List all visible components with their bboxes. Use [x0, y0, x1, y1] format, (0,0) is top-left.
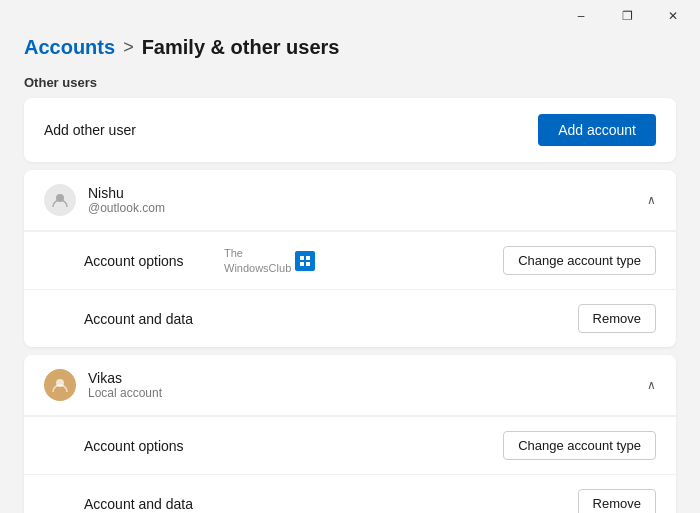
maximize-button[interactable]: ❐: [604, 0, 650, 32]
remove-button-nishu[interactable]: Remove: [578, 304, 656, 333]
breadcrumb: Accounts > Family & other users: [24, 32, 676, 59]
account-data-row-nishu: Account and data Remove: [24, 289, 676, 347]
user-sub-vikas: Local account: [88, 386, 162, 400]
avatar-nishu: [44, 184, 76, 216]
title-bar: – ❐ ✕: [0, 0, 700, 32]
watermark-area: The WindowsClub: [224, 246, 503, 275]
user-info-vikas: Vikas Local account: [88, 370, 162, 400]
account-options-label-vikas: Account options: [84, 438, 224, 454]
add-account-button[interactable]: Add account: [538, 114, 656, 146]
expand-icon-vikas: ∧: [647, 378, 656, 392]
svg-rect-2: [300, 256, 304, 260]
svg-rect-5: [306, 262, 310, 266]
breadcrumb-accounts[interactable]: Accounts: [24, 36, 115, 59]
svg-rect-4: [300, 262, 304, 266]
user-name-vikas: Vikas: [88, 370, 162, 386]
section-other-users-label: Other users: [24, 75, 676, 90]
close-button[interactable]: ✕: [650, 0, 696, 32]
account-options-row-nishu: Account options The WindowsClub: [24, 231, 676, 289]
watermark-container: The WindowsClub: [224, 246, 315, 275]
watermark-text: The WindowsClub: [224, 246, 291, 275]
breadcrumb-separator: >: [123, 37, 134, 58]
minimize-button[interactable]: –: [558, 0, 604, 32]
user-header-nishu[interactable]: Nishu @outlook.com ∧: [24, 170, 676, 231]
breadcrumb-current: Family & other users: [142, 36, 340, 59]
add-user-row: Add other user Add account: [24, 98, 676, 162]
user-card-nishu: Nishu @outlook.com ∧ Account options The…: [24, 170, 676, 347]
remove-button-vikas[interactable]: Remove: [578, 489, 656, 513]
svg-rect-3: [306, 256, 310, 260]
account-options-row-vikas: Account options Change account type: [24, 416, 676, 474]
user-header-vikas[interactable]: Vikas Local account ∧: [24, 355, 676, 416]
user-header-left-nishu: Nishu @outlook.com: [44, 184, 165, 216]
user-email-nishu: @outlook.com: [88, 201, 165, 215]
change-account-type-button-vikas[interactable]: Change account type: [503, 431, 656, 460]
user-card-vikas: Vikas Local account ∧ Account options Ch…: [24, 355, 676, 513]
user-header-left-vikas: Vikas Local account: [44, 369, 162, 401]
account-data-label-vikas: Account and data: [84, 496, 224, 512]
main-content: Accounts > Family & other users Other us…: [0, 32, 700, 513]
add-user-label: Add other user: [44, 122, 136, 138]
watermark-icon: [295, 251, 315, 271]
account-options-label-nishu: Account options: [84, 253, 224, 269]
change-account-type-button-nishu[interactable]: Change account type: [503, 246, 656, 275]
user-name-nishu: Nishu: [88, 185, 165, 201]
window-controls: – ❐ ✕: [558, 0, 696, 32]
account-data-row-vikas: Account and data Remove: [24, 474, 676, 513]
account-data-label-nishu: Account and data: [84, 311, 224, 327]
avatar-vikas: [44, 369, 76, 401]
add-user-card: Add other user Add account: [24, 98, 676, 162]
user-info-nishu: Nishu @outlook.com: [88, 185, 165, 215]
expand-icon-nishu: ∧: [647, 193, 656, 207]
